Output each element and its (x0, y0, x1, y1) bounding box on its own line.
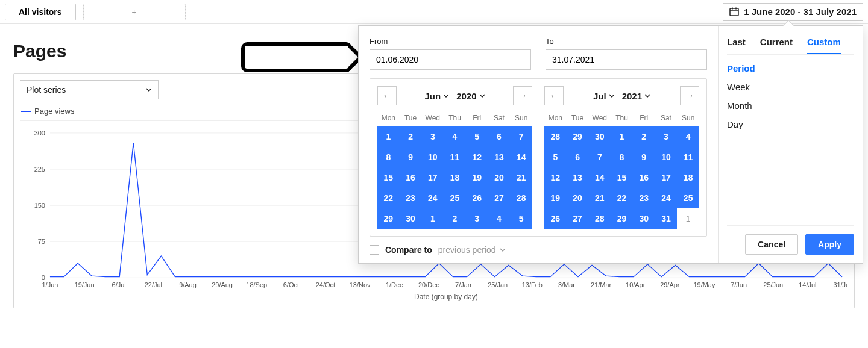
calendar-day[interactable]: 10 (655, 147, 678, 167)
svg-text:22/Jul: 22/Jul (145, 281, 162, 288)
calendar-day[interactable]: 30 (588, 126, 611, 147)
calendar-day[interactable]: 28 (544, 126, 567, 147)
calendar-day[interactable]: 29 (567, 126, 589, 147)
compare-checkbox[interactable] (370, 245, 379, 255)
period-option-day[interactable]: Day (727, 119, 854, 129)
to-input[interactable] (546, 49, 707, 70)
calendar-day[interactable]: 13 (567, 167, 589, 188)
next-month-button-left[interactable]: → (513, 86, 532, 105)
calendar-day[interactable]: 3 (655, 126, 678, 147)
calendar-day[interactable]: 9 (633, 147, 655, 167)
calendar-day[interactable]: 8 (611, 147, 633, 167)
period-option-month[interactable]: Month (727, 101, 854, 111)
calendar-day[interactable]: 21 (588, 188, 611, 208)
calendar-day[interactable]: 20 (488, 167, 511, 188)
calendar-day[interactable]: 20 (567, 188, 589, 208)
plot-series-select[interactable]: Plot series (20, 80, 159, 99)
calendar-day[interactable]: 18 (444, 167, 466, 188)
calendar-day[interactable]: 28 (510, 188, 532, 208)
period-option-period[interactable]: Period (727, 63, 854, 73)
calendar-day[interactable]: 4 (677, 126, 699, 147)
calendar-day[interactable]: 26 (544, 208, 567, 229)
calendar-day[interactable]: 12 (544, 167, 567, 188)
calendar-day[interactable]: 12 (466, 147, 488, 167)
date-range-button[interactable]: 1 June 2020 - 31 July 2021 (723, 3, 863, 21)
calendar-day[interactable]: 26 (466, 188, 488, 208)
calendar-day[interactable]: 22 (377, 188, 400, 208)
calendar-day[interactable]: 21 (510, 167, 532, 188)
year-select-left[interactable]: 2020 (456, 91, 485, 101)
calendar-day[interactable]: 16 (633, 167, 655, 188)
calendar-day[interactable]: 3 (466, 208, 488, 229)
cancel-button[interactable]: Cancel (745, 234, 798, 255)
calendar-day[interactable]: 11 (677, 147, 699, 167)
calendar-day[interactable]: 25 (444, 188, 466, 208)
calendar-day[interactable]: 15 (377, 167, 400, 188)
period-option-week[interactable]: Week (727, 82, 854, 92)
calendar-day[interactable]: 24 (655, 188, 678, 208)
calendar-day[interactable]: 4 (488, 208, 511, 229)
tab-last[interactable]: Last (727, 33, 746, 54)
calendar-day[interactable]: 3 (421, 126, 444, 147)
calendar-day[interactable]: 1 (377, 126, 400, 147)
prev-month-button-right[interactable]: ← (544, 86, 564, 105)
calendar-day[interactable]: 8 (377, 147, 400, 167)
calendar-day[interactable]: 9 (400, 147, 422, 167)
svg-text:300: 300 (34, 129, 45, 137)
calendar-day[interactable]: 27 (488, 188, 511, 208)
from-input[interactable] (370, 49, 531, 70)
svg-text:13/Feb: 13/Feb (522, 281, 542, 288)
calendar-day[interactable]: 25 (677, 188, 699, 208)
calendar-day[interactable]: 7 (588, 147, 611, 167)
calendar-day[interactable]: 30 (633, 208, 655, 229)
compare-period-select[interactable]: previous period (438, 245, 506, 255)
calendar-day[interactable]: 23 (633, 188, 655, 208)
calendar-day[interactable]: 29 (377, 208, 400, 229)
calendar-day[interactable]: 1 (421, 208, 444, 229)
calendar-day[interactable]: 10 (421, 147, 444, 167)
calendar-day[interactable]: 14 (510, 147, 532, 167)
calendar-day[interactable]: 13 (488, 147, 511, 167)
calendar-day[interactable]: 28 (588, 208, 611, 229)
tab-custom[interactable]: Custom (807, 33, 841, 54)
calendar-day[interactable]: 22 (611, 188, 633, 208)
calendar-day[interactable]: 15 (611, 167, 633, 188)
calendar-day[interactable]: 17 (655, 167, 678, 188)
calendar-day[interactable]: 5 (466, 126, 488, 147)
calendar-day[interactable]: 23 (400, 188, 422, 208)
calendar-day[interactable]: 4 (444, 126, 466, 147)
month-select-left[interactable]: Jun (424, 91, 449, 101)
prev-month-button[interactable]: ← (377, 86, 397, 105)
calendar-day[interactable]: 31 (655, 208, 678, 229)
svg-text:150: 150 (34, 202, 45, 209)
calendar-day[interactable]: 5 (510, 208, 532, 229)
calendar-day[interactable]: 29 (611, 208, 633, 229)
calendar-day[interactable]: 1 (611, 126, 633, 147)
calendar-day[interactable]: 6 (488, 126, 511, 147)
calendar-day[interactable]: 2 (444, 208, 466, 229)
calendar-day[interactable]: 7 (510, 126, 532, 147)
calendar-day[interactable]: 11 (444, 147, 466, 167)
calendar-day[interactable]: 6 (567, 147, 589, 167)
calendar-day[interactable]: 19 (544, 188, 567, 208)
calendar-day[interactable]: 17 (421, 167, 444, 188)
next-month-button[interactable]: → (680, 86, 699, 105)
calendar-day[interactable]: 18 (677, 167, 699, 188)
calendar-day[interactable]: 19 (466, 167, 488, 188)
calendar-day[interactable]: 5 (544, 147, 567, 167)
calendar-day[interactable]: 24 (421, 188, 444, 208)
calendar-day[interactable]: 30 (400, 208, 422, 229)
tab-current[interactable]: Current (760, 33, 793, 54)
calendar-day[interactable]: 14 (588, 167, 611, 188)
calendar-day[interactable]: 1 (677, 208, 699, 229)
calendar-day[interactable]: 2 (633, 126, 655, 147)
month-label: Jun (424, 91, 441, 101)
segment-all-visitors[interactable]: All visitors (5, 4, 76, 20)
month-select-right[interactable]: Jul (593, 91, 615, 101)
calendar-day[interactable]: 16 (400, 167, 422, 188)
calendar-day[interactable]: 2 (400, 126, 422, 147)
calendar-day[interactable]: 27 (567, 208, 589, 229)
year-select-right[interactable]: 2021 (622, 91, 650, 101)
add-segment-button[interactable]: + (83, 4, 186, 20)
apply-button[interactable]: Apply (805, 234, 854, 255)
